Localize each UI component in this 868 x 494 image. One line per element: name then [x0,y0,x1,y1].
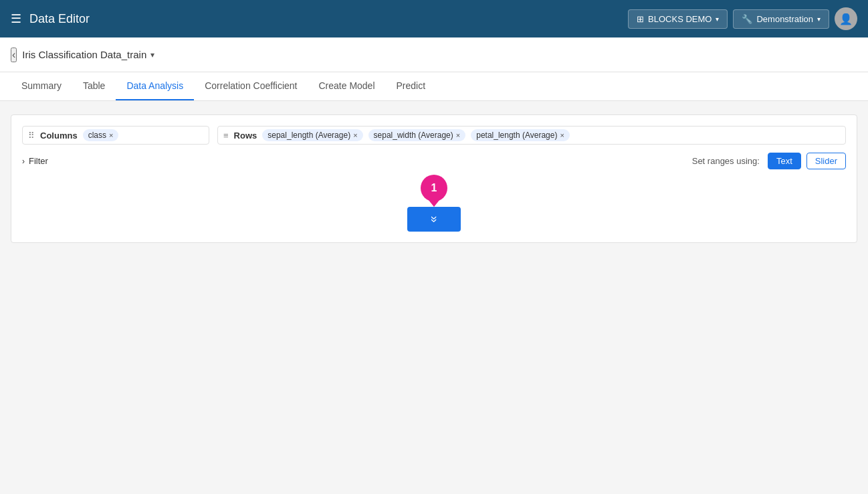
blocks-demo-button[interactable]: ⊞ BLOCKS DEMO ▾ [628,9,728,29]
columns-section: ⠿ Columns class × [22,126,209,145]
hamburger-icon[interactable]: ☰ [11,11,21,26]
tab-create-model[interactable]: Create Model [308,72,385,100]
sub-header: ‹ Iris Classification Data_train ▾ [0,37,868,72]
demonstration-label: Demonstration [756,14,813,24]
columns-label: Columns [40,131,78,141]
class-tag: class × [83,129,119,141]
petal-length-tag: petal_length (Average) × [471,129,570,141]
back-button[interactable]: ‹ [11,48,17,62]
blocks-demo-chevron-icon: ▾ [716,15,719,23]
filter-expand-icon: › [22,157,25,166]
set-ranges-label: Set ranges using: [692,156,760,166]
tab-correlation-coefficient[interactable]: Correlation Coefficient [194,72,308,100]
sepal-width-tag-close-icon[interactable]: × [456,131,460,139]
header: ☰ Data Editor ⊞ BLOCKS DEMO ▾ 🔧 Demonstr… [0,0,868,37]
blocks-demo-label: BLOCKS DEMO [648,14,712,24]
chevron-double-down-icon: » [427,216,441,222]
sepal-width-tag-label: sepal_width (Average) [374,131,453,140]
header-left: ☰ Data Editor [11,11,90,26]
class-tag-label: class [88,131,106,140]
header-right: ⊞ BLOCKS DEMO ▾ 🔧 Demonstration ▾ 👤 [628,7,857,30]
columns-rows-row: ⠿ Columns class × ≡ Rows sepal_length (A… [22,126,846,145]
filter-label: Filter [29,156,48,166]
sepal-length-tag: sepal_length (Average) × [262,129,362,141]
columns-drag-icon: ⠿ [28,131,35,141]
tab-summary[interactable]: Summary [11,72,72,100]
set-ranges-row: Set ranges using: Text Slider [692,153,846,169]
dataset-title: Iris Classification Data_train ▾ [22,49,154,60]
tab-predict[interactable]: Predict [386,72,437,100]
action-button[interactable]: » [407,207,461,232]
tooltip-bubble: 1 [421,175,447,201]
slider-range-button[interactable]: Slider [806,153,846,169]
petal-length-tag-close-icon[interactable]: × [560,131,564,139]
petal-length-tag-label: petal_length (Average) [476,131,557,140]
tab-table[interactable]: Table [72,72,116,100]
class-tag-close-icon[interactable]: × [109,131,113,139]
tabs-container: Summary Table Data Analysis Correlation … [0,72,868,101]
filter-expand-button[interactable]: › Filter [22,156,48,166]
avatar[interactable]: 👤 [835,7,857,30]
wrench-icon: 🔧 [742,14,752,24]
demonstration-button[interactable]: 🔧 Demonstration ▾ [733,9,829,29]
dataset-name-label: Iris Classification Data_train [22,49,146,60]
tooltip-number: 1 [431,182,437,194]
demonstration-chevron-icon: ▾ [817,15,821,23]
tab-data-analysis[interactable]: Data Analysis [116,72,194,100]
rows-section: ≡ Rows sepal_length (Average) × sepal_wi… [217,126,846,145]
grid-icon: ⊞ [637,14,644,24]
sepal-length-tag-label: sepal_length (Average) [267,131,350,140]
main-content: ⠿ Columns class × ≡ Rows sepal_length (A… [0,101,868,493]
analysis-panel: ⠿ Columns class × ≡ Rows sepal_length (A… [11,114,857,243]
text-range-button[interactable]: Text [768,153,801,169]
rows-label: Rows [234,131,257,141]
dataset-dropdown-icon[interactable]: ▾ [150,50,154,60]
tooltip-container: 1 » [22,175,846,232]
filter-and-ranges-row: › Filter Set ranges using: Text Slider [22,153,846,169]
sepal-width-tag: sepal_width (Average) × [368,129,466,141]
rows-drag-icon: ≡ [223,131,229,141]
sepal-length-tag-close-icon[interactable]: × [353,131,357,139]
avatar-icon: 👤 [839,13,853,25]
app-title: Data Editor [29,12,90,26]
